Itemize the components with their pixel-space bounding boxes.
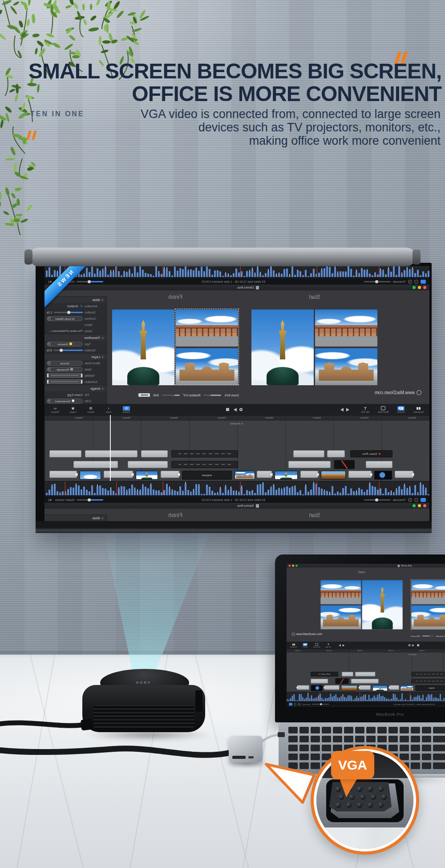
timeline-clip[interactable] bbox=[128, 461, 168, 468]
stepper-icon[interactable]: ⌃ bbox=[47, 316, 51, 321]
blank-slide-button[interactable]: Blank Slide bbox=[375, 405, 391, 414]
timeline-thumb-church[interactable] bbox=[400, 685, 414, 691]
add-title-button[interactable]: TAdd Title bbox=[323, 642, 333, 648]
transition-duration-slider[interactable] bbox=[54, 350, 83, 351]
zoom-in-icon[interactable]: + bbox=[408, 498, 412, 502]
timeline-clip[interactable] bbox=[342, 672, 353, 676]
transition-type-dropdown[interactable]: Dissolve⌃ bbox=[47, 342, 83, 346]
timeline-thumb-dark[interactable] bbox=[334, 460, 355, 469]
animation-range[interactable] bbox=[47, 379, 83, 384]
audio-waveform[interactable] bbox=[287, 692, 445, 702]
stepper-icon[interactable]: ⌃ bbox=[47, 342, 51, 346]
timeline-clip-snippets[interactable]: snippets bbox=[415, 685, 445, 691]
timeline-clip[interactable] bbox=[85, 450, 138, 457]
images-button[interactable]: ▣Images bbox=[65, 405, 81, 414]
play-icon[interactable] bbox=[339, 408, 344, 412]
timescale-slider[interactable] bbox=[364, 499, 391, 501]
audio-waveform[interactable] bbox=[44, 481, 429, 497]
timeline-clip[interactable] bbox=[49, 450, 81, 457]
timeline-clip[interactable] bbox=[324, 685, 340, 690]
blank-slide-button[interactable]: Blank Slide bbox=[312, 642, 322, 648]
rotation-slider[interactable] bbox=[162, 395, 180, 396]
save-button[interactable]: SAVE bbox=[139, 393, 150, 397]
stop-icon[interactable] bbox=[226, 408, 229, 411]
timeline-button[interactable]: Timeline bbox=[300, 642, 310, 648]
timeline-clip[interactable] bbox=[311, 679, 328, 683]
record-icon[interactable] bbox=[409, 644, 411, 647]
timeline-button[interactable]: Timeline bbox=[393, 405, 409, 414]
continue-dropdown[interactable]: At Audio Marker⌃ bbox=[47, 316, 83, 321]
close-icon[interactable] bbox=[423, 504, 426, 507]
checkbox-checked-icon[interactable]: ✓ bbox=[80, 304, 83, 308]
timeline-clip[interactable] bbox=[300, 471, 318, 478]
panel-image[interactable]: ▾Image bbox=[44, 385, 106, 391]
timeline-thumb-statue[interactable] bbox=[372, 685, 388, 691]
add-title-button[interactable]: TAdd Title bbox=[357, 405, 373, 414]
timescale-slider[interactable] bbox=[364, 281, 391, 282]
stepper-icon[interactable]: ⌃ bbox=[47, 367, 51, 372]
timeline-clip[interactable] bbox=[389, 685, 399, 690]
timeline-clip[interactable] bbox=[359, 685, 371, 690]
timeline-clip[interactable] bbox=[104, 471, 133, 478]
timeline-thumb-earth[interactable] bbox=[311, 685, 323, 691]
timeline-clip-snippets[interactable]: snippets bbox=[182, 471, 232, 480]
timeline-clip-label[interactable] bbox=[171, 450, 238, 457]
timeline-clip-label[interactable] bbox=[411, 679, 445, 683]
minimize-icon[interactable] bbox=[292, 565, 294, 567]
timeline-clip[interactable] bbox=[293, 450, 324, 457]
timeline-clip[interactable] bbox=[348, 471, 372, 478]
timescale-slider[interactable] bbox=[312, 704, 329, 705]
panel-slide[interactable]: ▾Slide bbox=[44, 514, 106, 521]
timeline-clip-label[interactable] bbox=[171, 461, 238, 468]
record-icon[interactable] bbox=[239, 408, 243, 411]
close-icon[interactable] bbox=[423, 286, 426, 289]
timeline-clip[interactable] bbox=[257, 471, 272, 478]
minimize-icon[interactable] bbox=[418, 504, 421, 507]
timeline-thumb-canyon[interactable] bbox=[321, 471, 346, 480]
timeline-thumb-church[interactable] bbox=[235, 471, 255, 480]
timeline-clip[interactable] bbox=[161, 471, 179, 478]
timeline-thumb-canyon[interactable] bbox=[341, 685, 358, 691]
minimize-icon[interactable] bbox=[418, 286, 421, 289]
fullscreen-icon[interactable] bbox=[413, 504, 416, 507]
timeline-thumb-statue[interactable] bbox=[136, 471, 158, 480]
timeline-thumb-statue[interactable] bbox=[275, 471, 298, 480]
timeline-ruler[interactable]: MarkerMarkerMarkerMarkerMarkerMarkerMark… bbox=[287, 649, 445, 652]
zoom-out-icon[interactable]: − bbox=[414, 280, 418, 284]
audio-button[interactable]: ♪Audio bbox=[101, 405, 117, 414]
timeline-clip[interactable] bbox=[297, 685, 309, 690]
timeline-clip[interactable] bbox=[49, 471, 77, 478]
storyboard-button[interactable]: Storyboard bbox=[411, 405, 427, 414]
zoom-out-icon[interactable]: − bbox=[414, 498, 418, 502]
timeline-clip[interactable] bbox=[395, 471, 413, 478]
close-icon[interactable] bbox=[289, 565, 291, 567]
stepper-icon[interactable]: ⌃ bbox=[47, 361, 51, 366]
play-icon[interactable] bbox=[412, 644, 415, 646]
timeline-clip[interactable] bbox=[366, 461, 392, 468]
volume-slider[interactable] bbox=[77, 499, 103, 501]
rewind-icon[interactable] bbox=[346, 408, 351, 412]
playhead[interactable] bbox=[110, 415, 111, 481]
visibility-range[interactable] bbox=[47, 373, 83, 378]
timeline-view-icon[interactable] bbox=[289, 703, 292, 705]
timeline-clip-cusco[interactable]: Cusco, Peru bbox=[350, 450, 392, 457]
stepper-icon[interactable]: ⌃ bbox=[47, 399, 51, 403]
zoom-in-icon[interactable]: + bbox=[408, 280, 412, 284]
timeline-thumb-earth[interactable] bbox=[374, 471, 392, 480]
play-icon[interactable] bbox=[343, 644, 346, 646]
play-icon[interactable] bbox=[232, 408, 237, 412]
color-dropdown[interactable]: Desaturated⌃ bbox=[47, 399, 83, 403]
timeline-ruler[interactable]: MarkerMarkerMarkerMarkerMarkerMarkerMark… bbox=[44, 415, 429, 420]
stop-icon[interactable] bbox=[417, 644, 419, 647]
fullscreen-icon[interactable] bbox=[413, 286, 416, 289]
timeline-clip-cusco[interactable]: Cusco, Peru bbox=[311, 672, 338, 676]
timeline-clip[interactable] bbox=[73, 461, 118, 468]
options-button[interactable]: ⚙Options bbox=[118, 405, 134, 414]
timeline-clip[interactable] bbox=[355, 672, 376, 676]
zoom-slider[interactable] bbox=[203, 395, 221, 396]
duration-slider[interactable] bbox=[54, 312, 83, 313]
timeline-clip[interactable] bbox=[288, 461, 331, 468]
rewind-icon[interactable] bbox=[338, 644, 341, 646]
zoom-in-icon[interactable]: + bbox=[298, 703, 300, 705]
mask-dropdown[interactable]: Rectangle⌃ bbox=[47, 367, 83, 372]
